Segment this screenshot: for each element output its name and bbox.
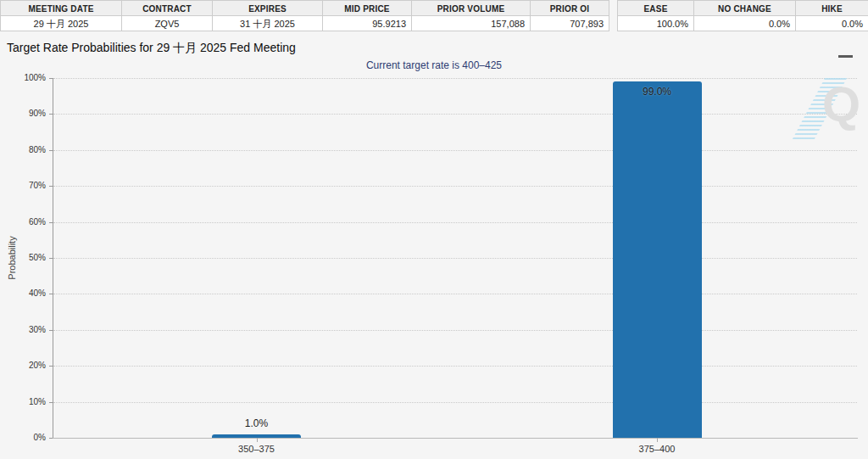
col-expires: EXPIRES	[213, 1, 323, 16]
move-probability-table: EASE NO CHANGE HIKE 100.0% 0.0% 0.0%	[617, 0, 868, 31]
y-tick-mark	[49, 78, 53, 79]
meeting-date-value: 29 十月 2025	[1, 16, 122, 31]
gridline	[53, 150, 857, 151]
gridline	[53, 186, 857, 187]
y-tick-mark	[49, 330, 53, 331]
y-tick-label: 100%	[2, 73, 46, 82]
prior-oi-value: 707,893	[531, 16, 609, 31]
contract-value: ZQV5	[122, 16, 213, 31]
table-header-row: EASE NO CHANGE HIKE	[618, 1, 868, 16]
y-tick-mark	[49, 366, 53, 367]
col-contract: CONTRACT	[122, 1, 213, 16]
y-tick-mark	[49, 294, 53, 294]
table-value-row: 100.0% 0.0% 0.0%	[618, 16, 868, 31]
table-value-row: 29 十月 2025 ZQV5 31 十月 2025 95.9213 157,0…	[1, 16, 609, 31]
hamburger-menu-icon[interactable]	[837, 42, 858, 59]
current-target-rate-subtitle: Current target rate is 400–425	[0, 59, 868, 71]
gridline	[53, 222, 857, 223]
y-tick-mark	[49, 222, 53, 223]
col-hike: HIKE	[796, 1, 868, 16]
y-tick-mark	[49, 438, 53, 439]
x-tick-mark	[257, 438, 258, 442]
ease-value: 100.0%	[618, 16, 694, 31]
y-tick-label: 50%	[2, 253, 46, 262]
col-no-change: NO CHANGE	[694, 1, 796, 16]
y-tick-label: 90%	[2, 109, 46, 118]
x-category-label: 350–375	[206, 444, 308, 454]
gridline	[53, 114, 857, 115]
gridline	[53, 294, 857, 294]
no-change-value: 0.0%	[694, 16, 796, 31]
y-tick-label: 70%	[2, 181, 46, 190]
bar-value-label: 99.0%	[610, 86, 704, 98]
fedwatch-page: { "tables": { "left": { "columns": [ {"l…	[0, 0, 868, 459]
y-tick-mark	[49, 402, 53, 403]
gridline	[53, 402, 857, 403]
contract-summary-table: MEETING DATE CONTRACT EXPIRES MID PRICE …	[0, 0, 609, 31]
col-prior-volume: PRIOR VOLUME	[412, 1, 531, 16]
probability-bar-chart: 0%10%20%30%40%50%60%70%80%90%100%1.0%350…	[53, 78, 857, 438]
y-tick-label: 0%	[2, 433, 46, 442]
x-axis-line	[53, 438, 858, 439]
col-prior-oi: PRIOR OI	[531, 1, 609, 16]
bar-value-label: 1.0%	[210, 417, 303, 429]
y-tick-mark	[49, 150, 53, 151]
y-tick-mark	[49, 186, 53, 187]
y-tick-label: 30%	[2, 325, 46, 334]
prior-volume-value: 157,088	[412, 16, 531, 31]
y-tick-label: 80%	[2, 145, 46, 154]
y-tick-mark	[49, 114, 53, 115]
y-tick-label: 10%	[2, 397, 46, 406]
y-tick-label: 40%	[2, 288, 46, 298]
probability-bar	[613, 81, 702, 438]
gridline	[53, 258, 857, 259]
y-tick-label: 20%	[2, 361, 46, 370]
y-tick-mark	[49, 258, 53, 259]
hike-value: 0.0%	[796, 16, 868, 31]
y-tick-label: 60%	[2, 217, 46, 227]
gridline	[53, 330, 857, 331]
col-meeting-date: MEETING DATE	[1, 1, 122, 16]
menu-bar	[838, 55, 853, 58]
expires-value: 31 十月 2025	[213, 16, 323, 31]
gridline	[53, 366, 857, 367]
x-category-label: 375–400	[606, 444, 708, 454]
col-mid-price: MID PRICE	[323, 1, 412, 16]
table-header-row: MEETING DATE CONTRACT EXPIRES MID PRICE …	[1, 1, 609, 16]
chart-title: Target Rate Probabilities for 29 十月 2025…	[7, 41, 296, 56]
x-tick-mark	[657, 438, 658, 442]
mid-price-value: 95.9213	[323, 16, 412, 31]
gridline	[53, 78, 857, 79]
col-ease: EASE	[618, 1, 694, 16]
